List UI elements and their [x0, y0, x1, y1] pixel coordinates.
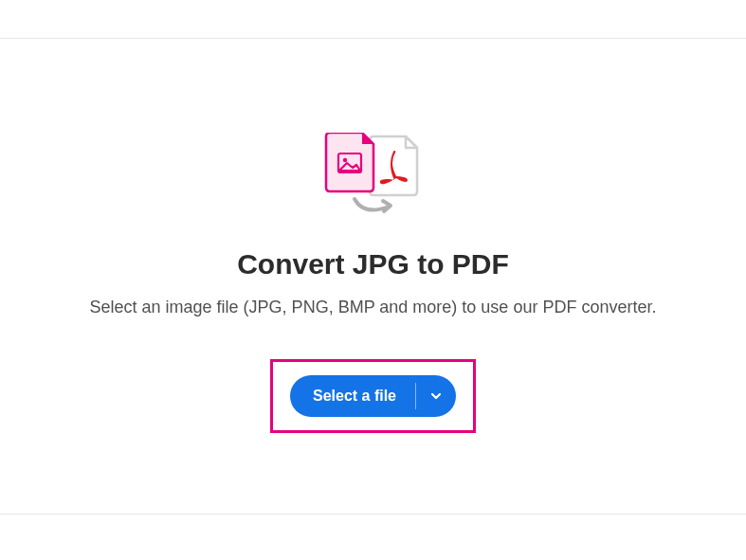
highlight-annotation: Select a file [270, 359, 476, 433]
main-content: Convert JPG to PDF Select an image file … [0, 133, 746, 433]
page-title: Convert JPG to PDF [237, 248, 509, 280]
conversion-illustration [317, 133, 430, 218]
select-file-dropdown[interactable] [416, 375, 456, 417]
divider-bottom [0, 514, 746, 515]
page-subtitle: Select an image file (JPG, PNG, BMP and … [90, 298, 657, 317]
select-file-button-group[interactable]: Select a file [290, 375, 456, 417]
select-file-button[interactable]: Select a file [290, 375, 415, 417]
divider-top [0, 38, 746, 39]
chevron-down-icon [429, 389, 443, 403]
svg-point-1 [342, 158, 346, 162]
